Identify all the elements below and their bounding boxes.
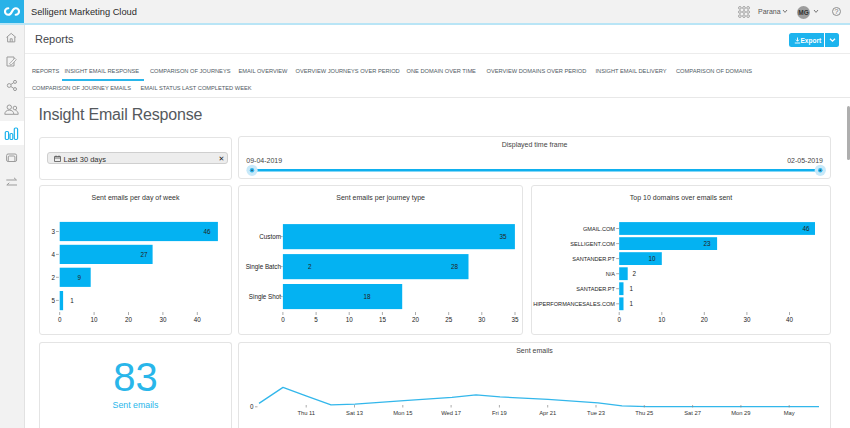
svg-text:HIPERFORMANCESALES.COM: HIPERFORMANCESALES.COM bbox=[533, 301, 615, 307]
svg-text:Apr 21: Apr 21 bbox=[539, 410, 556, 416]
svg-text:10: 10 bbox=[346, 316, 354, 323]
svg-text:25: 25 bbox=[445, 316, 453, 323]
svg-text:3: 3 bbox=[51, 228, 55, 235]
svg-text:40: 40 bbox=[786, 316, 794, 323]
svg-text:Fri 19: Fri 19 bbox=[492, 410, 507, 416]
svg-text:46: 46 bbox=[203, 228, 211, 235]
svg-text:Mon 15: Mon 15 bbox=[393, 410, 412, 416]
svg-text:Single Shot: Single Shot bbox=[249, 293, 281, 301]
svg-text:28: 28 bbox=[451, 263, 459, 270]
svg-text:Displayed time frame: Displayed time frame bbox=[502, 141, 568, 149]
svg-text:9: 9 bbox=[78, 274, 82, 281]
svg-text:SANTADER.PT: SANTADER.PT bbox=[576, 286, 615, 292]
svg-text:10: 10 bbox=[658, 316, 666, 323]
svg-text:20: 20 bbox=[412, 316, 420, 323]
svg-text:2: 2 bbox=[51, 274, 55, 281]
svg-text:Custom: Custom bbox=[259, 233, 281, 240]
svg-text:46: 46 bbox=[802, 225, 810, 232]
svg-text:10: 10 bbox=[648, 255, 656, 262]
svg-text:Top 10 domains over emails sen: Top 10 domains over emails sent bbox=[630, 194, 732, 202]
svg-text:10: 10 bbox=[91, 316, 99, 323]
svg-text:SELLIGENT.COM: SELLIGENT.COM bbox=[570, 241, 615, 247]
svg-text:23: 23 bbox=[703, 240, 711, 247]
svg-text:35: 35 bbox=[499, 233, 507, 240]
svg-text:Tue 23: Tue 23 bbox=[587, 410, 605, 416]
svg-text:5: 5 bbox=[314, 316, 318, 323]
svg-text:Mon 29: Mon 29 bbox=[731, 410, 750, 416]
svg-text:27: 27 bbox=[140, 251, 148, 258]
svg-text:20: 20 bbox=[125, 316, 133, 323]
svg-text:2: 2 bbox=[632, 270, 636, 277]
svg-text:Sent emails: Sent emails bbox=[516, 347, 553, 354]
svg-text:30: 30 bbox=[743, 316, 751, 323]
svg-text:02-05-2019: 02-05-2019 bbox=[787, 156, 823, 163]
svg-text:5: 5 bbox=[51, 297, 55, 304]
svg-text:Sat 27: Sat 27 bbox=[684, 410, 701, 416]
svg-text:0: 0 bbox=[281, 316, 285, 323]
svg-text:SANTANDER.PT: SANTANDER.PT bbox=[572, 256, 615, 262]
svg-text:4: 4 bbox=[51, 251, 55, 258]
svg-text:40: 40 bbox=[194, 316, 202, 323]
svg-text:2: 2 bbox=[308, 263, 312, 270]
svg-text:1: 1 bbox=[70, 297, 74, 304]
svg-text:1: 1 bbox=[629, 300, 633, 307]
svg-text:0: 0 bbox=[250, 403, 254, 410]
svg-text:May: May bbox=[784, 410, 795, 416]
svg-text:Sent emails per day of week: Sent emails per day of week bbox=[92, 194, 180, 202]
svg-text:Sat 13: Sat 13 bbox=[346, 410, 363, 416]
svg-text:09-04-2019: 09-04-2019 bbox=[246, 156, 282, 163]
svg-text:Thu 25: Thu 25 bbox=[635, 410, 653, 416]
svg-text:20: 20 bbox=[701, 316, 709, 323]
svg-text:N/A: N/A bbox=[606, 271, 616, 277]
svg-text:30: 30 bbox=[478, 316, 486, 323]
svg-text:GMAIL.COM: GMAIL.COM bbox=[583, 226, 615, 232]
svg-text:Wed 17: Wed 17 bbox=[441, 410, 461, 416]
svg-text:15: 15 bbox=[379, 316, 387, 323]
svg-text:0: 0 bbox=[58, 316, 62, 323]
svg-text:Single Batch: Single Batch bbox=[246, 263, 282, 271]
svg-text:Sent emails per journey type: Sent emails per journey type bbox=[336, 194, 425, 202]
svg-text:0: 0 bbox=[617, 316, 621, 323]
svg-text:18: 18 bbox=[363, 293, 371, 300]
svg-text:Thu 11: Thu 11 bbox=[297, 410, 315, 416]
svg-text:30: 30 bbox=[159, 316, 167, 323]
svg-text:1: 1 bbox=[629, 285, 633, 292]
svg-text:35: 35 bbox=[511, 316, 519, 323]
